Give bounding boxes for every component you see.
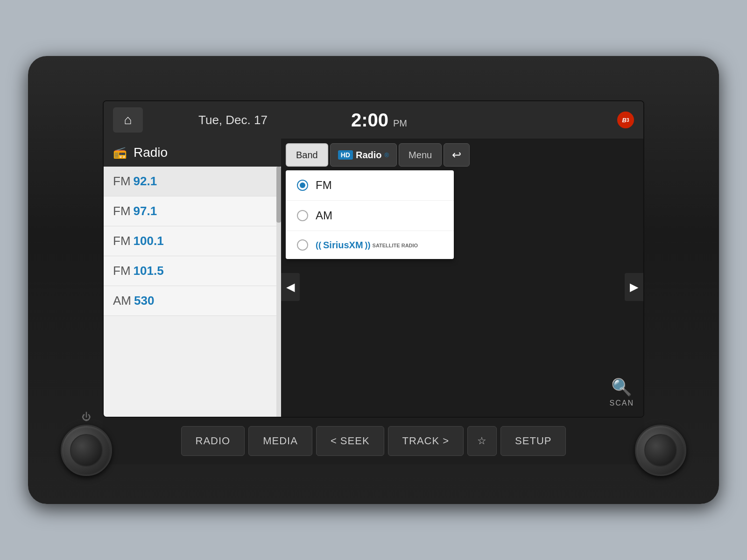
- hd-radio-button[interactable]: HD Radio®: [330, 143, 397, 167]
- right-arrow-icon: ▶: [630, 280, 638, 294]
- scan-label: SCAN: [610, 399, 634, 407]
- siriusxm-radio-circle: [297, 239, 308, 251]
- band-dropdown: FM AM (( SiriusXM: [286, 170, 454, 259]
- station-item[interactable]: FM 101.5: [104, 256, 281, 286]
- media-ctrl-label: MEDIA: [263, 435, 298, 447]
- infotainment-screen: ⌂ Tue, Dec. 17 2:00 PM B3 📻: [103, 100, 644, 418]
- fm-radio-circle: [297, 180, 308, 191]
- track-fwd-button[interactable]: TRACK >: [388, 426, 464, 456]
- date-display: Tue, Dec. 17: [124, 113, 342, 127]
- right-knob[interactable]: [635, 425, 686, 476]
- station-item[interactable]: FM 97.1: [104, 196, 281, 226]
- bluetooth-icon: B3: [617, 112, 634, 128]
- am-label: AM: [316, 209, 332, 222]
- right-knob-inner: [644, 434, 677, 467]
- radio-icon: 📻: [113, 146, 127, 159]
- left-arrow-icon: ◀: [286, 280, 295, 294]
- band-option-am[interactable]: AM: [286, 201, 454, 231]
- band-option-fm[interactable]: FM: [286, 170, 454, 201]
- scrollbar-thumb[interactable]: [276, 167, 281, 223]
- left-knob-inner: [70, 434, 103, 467]
- time-block: 2:00 PM: [351, 110, 407, 131]
- nav-arrow-left[interactable]: ◀: [281, 273, 300, 301]
- media-ctrl-button[interactable]: MEDIA: [248, 426, 312, 456]
- band-option-siriusxm[interactable]: (( SiriusXM )) SATELLITE RADIO: [286, 231, 454, 259]
- toolbar: Band HD Radio® Menu ↩: [281, 139, 643, 171]
- right-panel: Band HD Radio® Menu ↩: [281, 139, 643, 417]
- power-icon: ⏻: [82, 412, 91, 422]
- header-bar: ⌂ Tue, Dec. 17 2:00 PM B3: [104, 101, 643, 139]
- scan-icon: 🔍: [611, 378, 632, 397]
- radio-ctrl-button[interactable]: RADIO: [181, 426, 245, 456]
- seek-back-button[interactable]: < SEEK: [316, 426, 384, 456]
- menu-label: Menu: [409, 150, 432, 161]
- bottom-controls: RADIO MEDIA < SEEK TRACK > ☆ SETUP: [103, 418, 644, 464]
- time-ampm: PM: [393, 118, 407, 129]
- fm-radio-dot: [300, 182, 305, 188]
- radio-label: Radio: [134, 145, 168, 160]
- hd-badge: HD: [338, 150, 353, 160]
- band-label: Band: [296, 150, 318, 161]
- time-display: 2:00: [351, 110, 388, 131]
- left-panel: 📻 Radio FM 92.1FM 97.1FM 100.1FM 101.5AM…: [104, 139, 281, 417]
- station-item[interactable]: AM 530: [104, 286, 281, 316]
- bluetooth-area: B3: [416, 112, 634, 128]
- setup-label: SETUP: [515, 435, 551, 447]
- radio-ctrl-label: RADIO: [196, 435, 231, 447]
- am-radio-circle: [297, 210, 308, 221]
- back-icon: ↩: [452, 148, 461, 161]
- car-surround: ⌂ Tue, Dec. 17 2:00 PM B3 📻: [28, 56, 719, 504]
- right-knob-area: [635, 425, 686, 476]
- bluetooth-label: B: [622, 117, 627, 124]
- nav-arrow-right[interactable]: ▶: [625, 273, 643, 301]
- back-button[interactable]: ↩: [444, 143, 470, 167]
- station-list: FM 92.1FM 97.1FM 100.1FM 101.5AM 530: [104, 167, 281, 417]
- favorite-icon: ☆: [477, 435, 487, 447]
- band-button[interactable]: Band: [286, 143, 328, 167]
- siriusxm-logo: (( SiriusXM )) SATELLITE RADIO: [316, 240, 418, 251]
- favorite-button[interactable]: ☆: [467, 426, 497, 456]
- left-knob-area: ⏻: [61, 425, 112, 476]
- track-fwd-label: TRACK >: [402, 435, 450, 447]
- fm-label: FM: [316, 179, 332, 192]
- scan-button[interactable]: 🔍 SCAN: [610, 378, 634, 407]
- left-knob[interactable]: [61, 425, 112, 476]
- seek-back-label: < SEEK: [331, 435, 370, 447]
- station-item[interactable]: FM 100.1: [104, 226, 281, 256]
- main-content: 📻 Radio FM 92.1FM 97.1FM 100.1FM 101.5AM…: [104, 139, 643, 417]
- station-item[interactable]: FM 92.1: [104, 167, 281, 196]
- scrollbar-track[interactable]: [276, 167, 281, 417]
- radio-title-bar: 📻 Radio: [104, 139, 281, 167]
- menu-button[interactable]: Menu: [399, 143, 442, 167]
- setup-button[interactable]: SETUP: [500, 426, 566, 456]
